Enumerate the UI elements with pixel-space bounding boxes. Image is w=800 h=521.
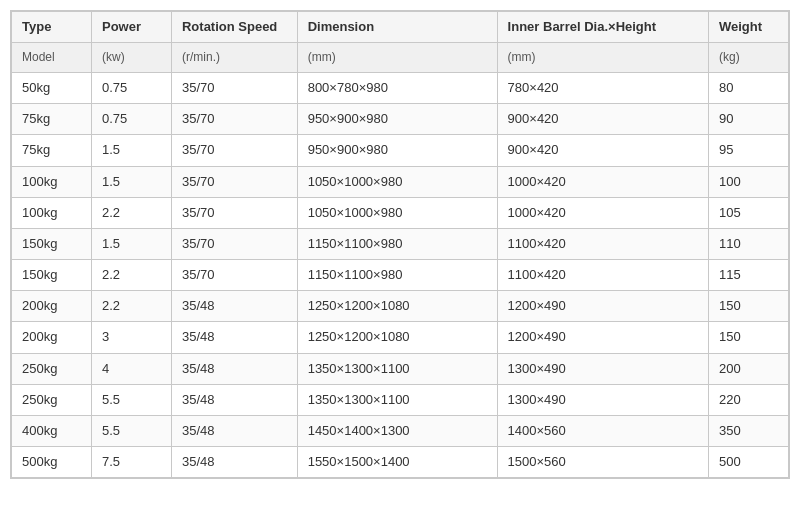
cell-power: 7.5 — [91, 447, 171, 478]
cell-inner: 900×420 — [497, 135, 708, 166]
cell-inner: 1100×420 — [497, 228, 708, 259]
table-row: 500kg7.535/481550×1500×14001500×560500 — [12, 447, 789, 478]
cell-type: 200kg — [12, 291, 92, 322]
cell-rotation: 35/70 — [171, 197, 297, 228]
header-rotation: Rotation Speed — [171, 12, 297, 43]
cell-rotation: 35/70 — [171, 228, 297, 259]
table-row: 75kg0.7535/70950×900×980900×42090 — [12, 104, 789, 135]
cell-rotation: 35/48 — [171, 322, 297, 353]
table-row: 200kg335/481250×1200×10801200×490150 — [12, 322, 789, 353]
cell-inner: 1200×490 — [497, 322, 708, 353]
cell-power: 5.5 — [91, 416, 171, 447]
cell-rotation: 35/70 — [171, 260, 297, 291]
cell-inner: 1500×560 — [497, 447, 708, 478]
cell-weight: 220 — [708, 384, 788, 415]
cell-type: 150kg — [12, 228, 92, 259]
cell-power: 0.75 — [91, 104, 171, 135]
cell-type: 400kg — [12, 416, 92, 447]
cell-dimension: 1450×1400×1300 — [297, 416, 497, 447]
cell-dimension: 1150×1100×980 — [297, 260, 497, 291]
cell-dimension: 1550×1500×1400 — [297, 447, 497, 478]
cell-type: 200kg — [12, 322, 92, 353]
cell-dimension: 800×780×980 — [297, 72, 497, 103]
cell-type: 500kg — [12, 447, 92, 478]
cell-inner: 1000×420 — [497, 197, 708, 228]
cell-power: 1.5 — [91, 135, 171, 166]
cell-rotation: 35/70 — [171, 135, 297, 166]
cell-rotation: 35/48 — [171, 353, 297, 384]
main-table-container: Type Power Rotation Speed Dimension Inne… — [10, 10, 790, 479]
subheader-mm-inner: (mm) — [497, 43, 708, 73]
cell-inner: 780×420 — [497, 72, 708, 103]
header-weight: Weight — [708, 12, 788, 43]
header-power: Power — [91, 12, 171, 43]
cell-weight: 150 — [708, 322, 788, 353]
cell-dimension: 1250×1200×1080 — [297, 291, 497, 322]
cell-power: 2.2 — [91, 291, 171, 322]
specs-table: Type Power Rotation Speed Dimension Inne… — [11, 11, 789, 478]
table-row: 150kg2.235/701150×1100×9801100×420115 — [12, 260, 789, 291]
cell-rotation: 35/70 — [171, 166, 297, 197]
table-row: 200kg2.235/481250×1200×10801200×490150 — [12, 291, 789, 322]
header-inner: Inner Barrel Dia.×Height — [497, 12, 708, 43]
cell-power: 1.5 — [91, 166, 171, 197]
cell-dimension: 950×900×980 — [297, 104, 497, 135]
cell-inner: 1400×560 — [497, 416, 708, 447]
cell-type: 75kg — [12, 104, 92, 135]
table-row: 50kg0.7535/70800×780×980780×42080 — [12, 72, 789, 103]
cell-dimension: 1050×1000×980 — [297, 197, 497, 228]
cell-type: 100kg — [12, 166, 92, 197]
header-row-1: Type Power Rotation Speed Dimension Inne… — [12, 12, 789, 43]
table-row: 75kg1.535/70950×900×980900×42095 — [12, 135, 789, 166]
cell-dimension: 1250×1200×1080 — [297, 322, 497, 353]
cell-power: 2.2 — [91, 197, 171, 228]
header-dimension: Dimension — [297, 12, 497, 43]
cell-dimension: 1150×1100×980 — [297, 228, 497, 259]
subheader-rmin: (r/min.) — [171, 43, 297, 73]
header-type: Type — [12, 12, 92, 43]
cell-dimension: 1350×1300×1100 — [297, 353, 497, 384]
cell-power: 0.75 — [91, 72, 171, 103]
cell-inner: 1200×490 — [497, 291, 708, 322]
subheader-kw: (kw) — [91, 43, 171, 73]
cell-weight: 500 — [708, 447, 788, 478]
cell-type: 250kg — [12, 353, 92, 384]
table-row: 250kg5.535/481350×1300×11001300×490220 — [12, 384, 789, 415]
cell-dimension: 1350×1300×1100 — [297, 384, 497, 415]
table-row: 150kg1.535/701150×1100×9801100×420110 — [12, 228, 789, 259]
cell-rotation: 35/48 — [171, 447, 297, 478]
cell-weight: 110 — [708, 228, 788, 259]
cell-power: 4 — [91, 353, 171, 384]
cell-inner: 1300×490 — [497, 384, 708, 415]
table-row: 100kg1.535/701050×1000×9801000×420100 — [12, 166, 789, 197]
cell-rotation: 35/48 — [171, 291, 297, 322]
cell-inner: 900×420 — [497, 104, 708, 135]
cell-power: 1.5 — [91, 228, 171, 259]
cell-weight: 350 — [708, 416, 788, 447]
cell-power: 2.2 — [91, 260, 171, 291]
cell-weight: 80 — [708, 72, 788, 103]
cell-dimension: 950×900×980 — [297, 135, 497, 166]
cell-rotation: 35/48 — [171, 384, 297, 415]
cell-weight: 200 — [708, 353, 788, 384]
cell-inner: 1000×420 — [497, 166, 708, 197]
cell-power: 5.5 — [91, 384, 171, 415]
cell-inner: 1300×490 — [497, 353, 708, 384]
table-row: 400kg5.535/481450×1400×13001400×560350 — [12, 416, 789, 447]
cell-type: 50kg — [12, 72, 92, 103]
cell-weight: 150 — [708, 291, 788, 322]
cell-type: 100kg — [12, 197, 92, 228]
cell-weight: 100 — [708, 166, 788, 197]
table-row: 100kg2.235/701050×1000×9801000×420105 — [12, 197, 789, 228]
cell-weight: 115 — [708, 260, 788, 291]
cell-type: 75kg — [12, 135, 92, 166]
cell-type: 150kg — [12, 260, 92, 291]
cell-weight: 90 — [708, 104, 788, 135]
cell-weight: 95 — [708, 135, 788, 166]
cell-rotation: 35/70 — [171, 104, 297, 135]
cell-rotation: 35/48 — [171, 416, 297, 447]
table-row: 250kg435/481350×1300×11001300×490200 — [12, 353, 789, 384]
cell-rotation: 35/70 — [171, 72, 297, 103]
cell-power: 3 — [91, 322, 171, 353]
header-row-2: Model (kw) (r/min.) (mm) (mm) (kg) — [12, 43, 789, 73]
